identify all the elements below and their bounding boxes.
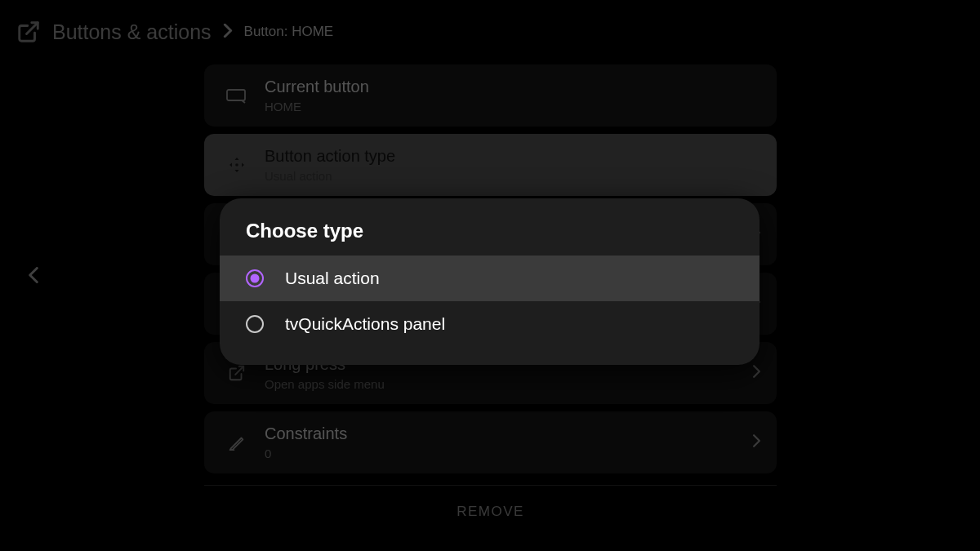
radio-unchecked-icon — [246, 315, 264, 333]
dialog-option-label: Usual action — [285, 269, 380, 288]
choose-type-dialog: Choose type Usual action tvQuickActions … — [220, 198, 760, 365]
dialog-title: Choose type — [220, 220, 760, 256]
dialog-option-usual-action[interactable]: Usual action — [220, 256, 760, 301]
radio-checked-icon — [246, 269, 264, 287]
dialog-option-label: tvQuickActions panel — [285, 314, 445, 334]
dialog-option-tvquickactions-panel[interactable]: tvQuickActions panel — [220, 301, 760, 347]
